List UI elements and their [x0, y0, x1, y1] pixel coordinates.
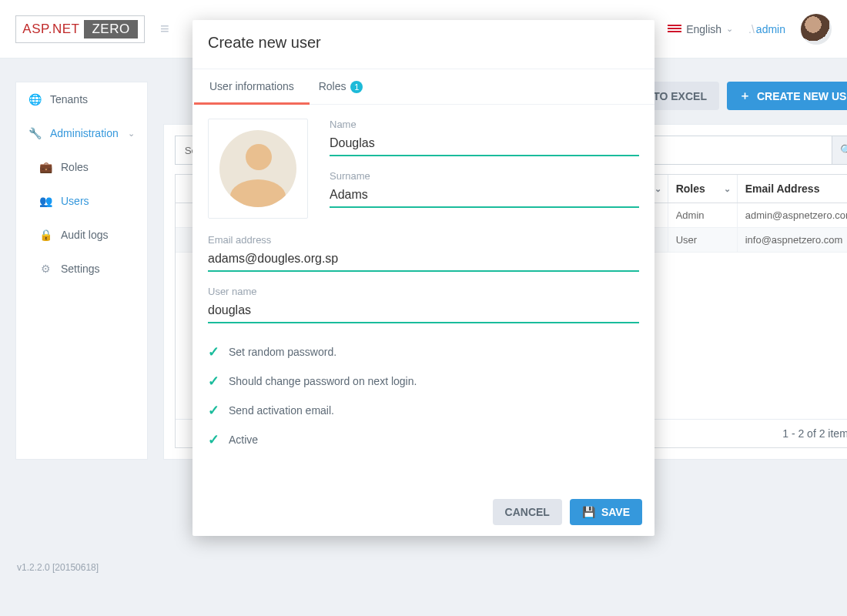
- check-label: Set random password.: [229, 346, 336, 358]
- surname-field[interactable]: [330, 183, 639, 208]
- tab-user-info[interactable]: User informations: [208, 69, 296, 104]
- modal-tabs: User informations Roles 1: [192, 69, 654, 105]
- save-button[interactable]: 💾 SAVE: [570, 499, 642, 525]
- check-icon: ✓: [208, 402, 219, 419]
- check-change-password-next-login[interactable]: ✓ Should change password on next login.: [208, 367, 639, 396]
- tab-roles[interactable]: Roles 1: [317, 69, 365, 104]
- check-send-activation-email[interactable]: ✓ Send activation email.: [208, 396, 639, 425]
- avatar-placeholder-icon: [219, 130, 296, 207]
- modal-overlay: Create new user User informations Roles …: [0, 0, 847, 616]
- roles-count-badge: 1: [350, 81, 363, 93]
- check-label: Should change password on next login.: [229, 375, 417, 387]
- name-field[interactable]: [330, 132, 639, 156]
- cancel-button[interactable]: CANCEL: [493, 499, 562, 525]
- check-icon: ✓: [208, 373, 219, 390]
- avatar-placeholder[interactable]: [208, 119, 308, 219]
- email-field[interactable]: [208, 247, 639, 272]
- check-random-password[interactable]: ✓ Set random password.: [208, 337, 639, 367]
- save-icon: 💾: [582, 506, 595, 518]
- surname-label: Surname: [330, 170, 639, 182]
- username-field[interactable]: [208, 299, 639, 323]
- check-label: Send activation email.: [229, 404, 334, 417]
- username-label: User name: [208, 286, 639, 297]
- name-label: Name: [330, 119, 639, 130]
- check-icon: ✓: [208, 431, 219, 448]
- check-icon: ✓: [208, 343, 219, 360]
- check-label: Active: [229, 434, 258, 446]
- modal-title: Create new user: [192, 20, 654, 69]
- email-label: Email address: [208, 234, 639, 246]
- create-user-modal: Create new user User informations Roles …: [192, 20, 654, 536]
- check-active[interactable]: ✓ Active: [208, 425, 639, 454]
